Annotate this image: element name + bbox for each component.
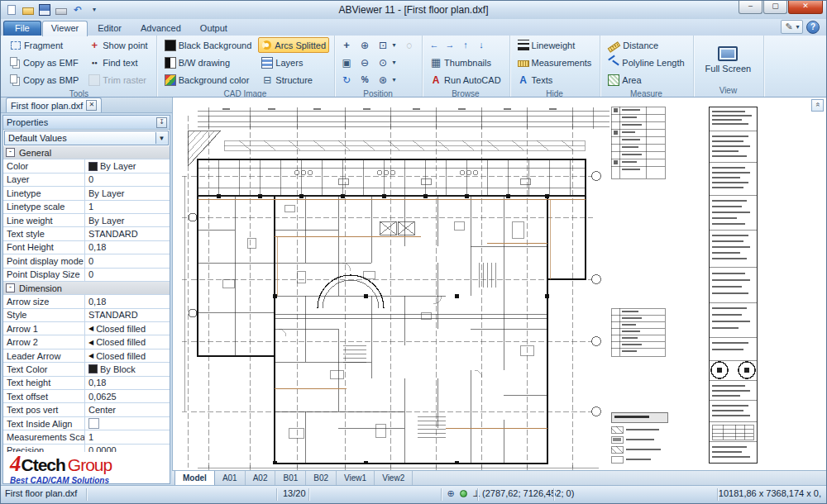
new-button[interactable] bbox=[4, 3, 19, 17]
tab-editor[interactable]: Editor bbox=[88, 21, 131, 36]
aup-button[interactable] bbox=[458, 37, 473, 53]
background-color-button[interactable]: Background color bbox=[161, 72, 256, 88]
cad-canvas[interactable] bbox=[172, 97, 826, 470]
lineweight-button[interactable]: Lineweight bbox=[514, 37, 595, 53]
zoomout-button[interactable] bbox=[357, 55, 372, 70]
zoomprev-button[interactable] bbox=[375, 55, 399, 70]
full-screen-button[interactable]: Full Screen bbox=[698, 37, 759, 82]
ortho-status-icon[interactable] bbox=[471, 487, 482, 499]
collapse-icon[interactable]: - bbox=[6, 148, 15, 157]
zoom-status-icon[interactable] bbox=[445, 487, 457, 499]
find-text-button[interactable]: Find text bbox=[85, 55, 151, 70]
status-separator bbox=[717, 488, 718, 501]
run-autocad-button[interactable]: Run AutoCAD bbox=[427, 72, 504, 88]
ribbon-group-hide: LineweightMeasurementsTextsHide bbox=[510, 36, 601, 97]
aright-button[interactable] bbox=[442, 37, 457, 53]
zoomscale-button[interactable] bbox=[357, 72, 372, 88]
title-bar[interactable]: ABViewer 11 - [First floor plan.dxf] – ▢… bbox=[1, 1, 826, 19]
rotate-button[interactable] bbox=[339, 72, 354, 88]
properties-panel-header[interactable]: Properties ↧ bbox=[3, 116, 170, 130]
property-row-line-weight[interactable]: Line weightBy Layer bbox=[3, 214, 170, 227]
preset-combobox[interactable]: Default Values ▼ bbox=[4, 131, 169, 145]
zoomin-button[interactable] bbox=[357, 37, 372, 53]
zoommenu-button[interactable] bbox=[375, 72, 399, 88]
sheet-tab-b01[interactable]: B01 bbox=[275, 471, 306, 486]
pan-button[interactable] bbox=[339, 37, 354, 53]
aleft-button[interactable] bbox=[427, 37, 442, 53]
undo-button[interactable] bbox=[70, 3, 85, 17]
layers-button[interactable]: Layers bbox=[258, 55, 329, 70]
texts-button[interactable]: Texts bbox=[514, 72, 595, 88]
tab-file[interactable]: File bbox=[3, 21, 41, 36]
distance-button[interactable]: Distance bbox=[605, 37, 687, 53]
lasso-button[interactable] bbox=[402, 37, 417, 53]
property-row-layer[interactable]: Layer0 bbox=[3, 174, 170, 187]
fit-button[interactable] bbox=[339, 55, 354, 70]
property-row-point-display-size[interactable]: Point Display Size0 bbox=[3, 269, 170, 282]
property-row-style[interactable]: StyleSTANDARD bbox=[3, 309, 170, 322]
structure-button[interactable]: Structure bbox=[258, 72, 329, 88]
adown-button[interactable] bbox=[474, 37, 489, 53]
copy-as-bmp-button[interactable]: Copy as BMP bbox=[7, 72, 82, 88]
property-row-color[interactable]: ColorBy Layer bbox=[3, 159, 170, 173]
collapse-icon[interactable]: - bbox=[6, 283, 15, 292]
help-button[interactable]: ? bbox=[806, 21, 820, 34]
property-row-measurements-scale[interactable]: Measurements Scale1 bbox=[3, 430, 170, 444]
close-document-icon[interactable]: ✕ bbox=[86, 100, 97, 111]
quick-access-dropdown[interactable] bbox=[87, 3, 102, 17]
style-dropdown-button[interactable] bbox=[781, 20, 803, 34]
property-row-font-height[interactable]: Font Height0,18 bbox=[3, 241, 170, 254]
open-button[interactable] bbox=[21, 3, 36, 17]
property-row-point-display-mode[interactable]: Point display mode0 bbox=[3, 254, 170, 268]
sheet-tab-view1[interactable]: View1 bbox=[337, 471, 375, 486]
fragment-button[interactable]: Fragment bbox=[7, 37, 82, 53]
sheet-tab-a02[interactable]: A02 bbox=[246, 471, 276, 486]
zoomwin-button[interactable] bbox=[375, 37, 399, 53]
black-background-button[interactable]: Black Background bbox=[161, 37, 256, 53]
section-header-dimension[interactable]: -Dimension bbox=[3, 282, 170, 295]
pin-icon[interactable]: ↧ bbox=[156, 117, 167, 128]
property-row-text-offset[interactable]: Text offset0,0625 bbox=[3, 390, 170, 403]
property-row-leader-arrow[interactable]: Leader Arrow◀Closed filled bbox=[3, 349, 170, 363]
property-row-text-inside-align[interactable]: Text Inside Align bbox=[3, 417, 170, 430]
property-row-linetype-scale[interactable]: Linetype scale1 bbox=[3, 201, 170, 214]
b-w-drawing-button[interactable]: B/W drawing bbox=[161, 55, 256, 70]
combo-arrow-icon[interactable]: ▼ bbox=[155, 132, 167, 144]
sheet-tab-b02[interactable]: B02 bbox=[306, 471, 337, 486]
snap-status-icon[interactable] bbox=[460, 490, 467, 497]
measurements-button[interactable]: Measurements bbox=[514, 55, 595, 70]
aright-icon bbox=[444, 40, 456, 51]
property-row-precision[interactable]: Precision0.0000 bbox=[3, 445, 170, 452]
property-row-text-style[interactable]: Text styleSTANDARD bbox=[3, 227, 170, 240]
section-header-general[interactable]: -General bbox=[3, 146, 170, 159]
maximize-button[interactable]: ▢ bbox=[763, 1, 787, 14]
property-row-arrow-2[interactable]: Arrow 2◀Closed filled bbox=[3, 335, 170, 349]
save-button[interactable] bbox=[37, 3, 52, 17]
sheet-tab-a01[interactable]: A01 bbox=[215, 471, 246, 486]
show-point-button[interactable]: Show point bbox=[85, 37, 151, 53]
property-row-arrow-size[interactable]: Arrow size0,18 bbox=[3, 295, 170, 308]
arcs-splitted-button[interactable]: Arcs Splitted bbox=[258, 37, 329, 53]
print-button[interactable] bbox=[54, 3, 69, 17]
minimize-button[interactable]: – bbox=[739, 1, 762, 14]
tab-viewer[interactable]: Viewer bbox=[42, 21, 88, 36]
checkbox[interactable] bbox=[88, 418, 99, 429]
area-button[interactable]: Area bbox=[605, 72, 687, 88]
tab-advanced[interactable]: Advanced bbox=[131, 21, 190, 36]
property-row-linetype[interactable]: LinetypeBy Layer bbox=[3, 187, 170, 200]
arc-icon bbox=[262, 40, 271, 50]
property-row-text-color[interactable]: Text ColorBy Block bbox=[3, 363, 170, 376]
property-row-text-pos-vert[interactable]: Text pos vertCenter bbox=[3, 403, 170, 416]
collapse-panel-icon[interactable] bbox=[811, 99, 824, 112]
close-button[interactable]: ✕ bbox=[788, 1, 823, 14]
property-row-arrow-1[interactable]: Arrow 1◀Closed filled bbox=[3, 322, 170, 335]
thumbnails-button[interactable]: Thumbnails bbox=[427, 55, 504, 70]
sheet-tab-view2[interactable]: View2 bbox=[375, 471, 413, 486]
polyline-length-button[interactable]: Polyline Length bbox=[605, 55, 687, 70]
tab-output[interactable]: Output bbox=[191, 21, 237, 36]
trim-raster-button[interactable]: Trim raster bbox=[85, 72, 151, 88]
copy-as-emf-button[interactable]: Copy as EMF bbox=[7, 55, 82, 70]
property-row-text-height[interactable]: Text height0,18 bbox=[3, 377, 170, 390]
sheet-tab-model[interactable]: Model bbox=[174, 471, 215, 486]
document-tab[interactable]: First floor plan.dxf ✕ bbox=[6, 97, 102, 112]
